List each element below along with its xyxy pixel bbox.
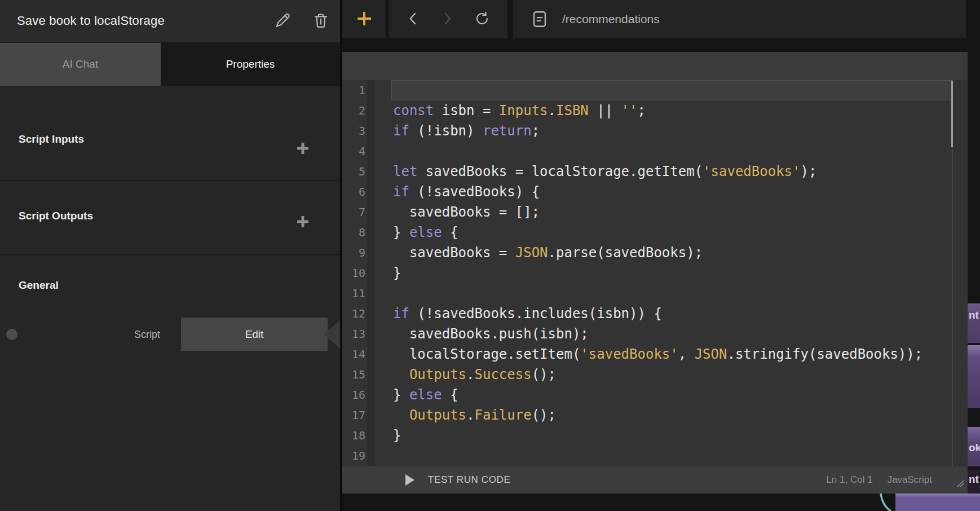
- add-page-button[interactable]: [356, 10, 373, 29]
- code-line[interactable]: if (!isbn) return;: [393, 121, 922, 141]
- back-button[interactable]: [406, 11, 421, 28]
- line-number: 4: [342, 141, 365, 161]
- panel-header: Save book to localStorage: [0, 0, 340, 43]
- edit-script-button[interactable]: Edit: [181, 318, 328, 351]
- refresh-button[interactable]: [474, 11, 490, 28]
- add-icon: [356, 10, 373, 29]
- line-number: 18: [342, 425, 365, 446]
- page-url[interactable]: /recommendations: [562, 12, 660, 26]
- language-badge[interactable]: JavaScript: [888, 474, 932, 486]
- resize-grip-icon[interactable]: [955, 479, 965, 490]
- editor-scrollbar-thumb[interactable]: [951, 81, 953, 147]
- section-script-inputs-label: Script Inputs: [19, 133, 84, 146]
- line-number: 13: [342, 324, 365, 344]
- chevron-right-icon: [440, 11, 454, 28]
- line-number: 14: [342, 344, 365, 364]
- line-number: 10: [342, 263, 365, 283]
- code-line[interactable]: localStorage.setItem('savedBooks', JSON.…: [393, 344, 922, 364]
- tab-ai-chat[interactable]: AI Chat: [0, 43, 161, 86]
- tab-properties-label: Properties: [226, 58, 275, 71]
- line-number: 6: [342, 182, 365, 202]
- code-line[interactable]: savedBooks = JSON.parse(savedBooks);: [393, 243, 922, 263]
- line-number: 9: [342, 243, 365, 263]
- background-node-fragment: nt: [968, 303, 980, 343]
- section-script-outputs-label: Script Outputs: [19, 210, 93, 222]
- line-number: 7: [342, 202, 365, 222]
- toolbar-add-group: [342, 0, 386, 38]
- code-line[interactable]: const isbn = Inputs.ISBN || '';: [393, 100, 922, 121]
- code-area[interactable]: const isbn = Inputs.ISBN || '';if (!isbn…: [393, 80, 922, 466]
- code-line[interactable]: }: [393, 425, 922, 446]
- code-line[interactable]: }: [393, 263, 922, 283]
- chevron-left-icon: [406, 11, 421, 28]
- section-divider: [0, 180, 340, 181]
- trash-icon: [312, 11, 330, 31]
- script-property-label: Script: [134, 329, 160, 341]
- line-number: 5: [342, 161, 365, 182]
- code-line[interactable]: } else {: [393, 222, 922, 243]
- code-line[interactable]: if (!savedBooks) {: [393, 182, 922, 202]
- code-line[interactable]: [393, 283, 922, 303]
- background-connection-curve: [868, 491, 902, 511]
- section-general-label: General: [19, 279, 59, 292]
- plus-icon: [297, 215, 309, 228]
- panel-tabs: AI Chat Properties: [0, 43, 340, 86]
- line-number: 17: [342, 405, 365, 425]
- line-number: 3: [342, 121, 365, 141]
- add-script-input-button[interactable]: [297, 142, 309, 155]
- code-line[interactable]: Outputs.Success();: [393, 364, 922, 385]
- fragment-label: nt: [969, 473, 979, 486]
- cursor-position: Ln 1, Col 1: [826, 474, 872, 486]
- fragment-label: ok: [969, 442, 980, 454]
- line-number: 12: [342, 303, 365, 324]
- line-number: 8: [342, 222, 365, 243]
- toolbar-nav-group: [389, 0, 507, 38]
- code-line[interactable]: [393, 446, 922, 466]
- line-number: 2: [342, 100, 365, 121]
- fragment-label: nt: [969, 309, 979, 321]
- forward-button[interactable]: [440, 11, 454, 28]
- code-line[interactable]: [393, 141, 922, 161]
- code-line[interactable]: } else {: [393, 385, 922, 405]
- editor-top-strip: [342, 52, 968, 80]
- delete-button[interactable]: [312, 11, 330, 31]
- refresh-icon: [474, 11, 490, 28]
- connection-port-dot[interactable]: [6, 329, 17, 340]
- script-editor-panel: 12345678910111213141516171819 const isbn…: [342, 52, 968, 494]
- background-node-fragment: [968, 345, 980, 408]
- test-run-button[interactable]: [405, 474, 414, 486]
- panel-title: Save book to localStorage: [17, 14, 165, 28]
- editor-popout-notch: [324, 320, 340, 349]
- background-node-fragment: ok: [968, 427, 980, 466]
- pencil-icon: [273, 11, 292, 31]
- page-icon: [530, 10, 549, 31]
- tab-properties[interactable]: Properties: [161, 43, 340, 86]
- section-divider: [0, 254, 340, 255]
- editor-footer: TEST RUN CODE Ln 1, Col 1 JavaScript: [342, 466, 968, 494]
- code-line[interactable]: [393, 80, 922, 100]
- gutter-shadow: [367, 80, 375, 466]
- background-node-fragment: [895, 494, 980, 511]
- rename-button[interactable]: [273, 11, 292, 31]
- plus-icon: [297, 142, 309, 155]
- code-line[interactable]: if (!savedBooks.includes(isbn)) {: [393, 303, 922, 324]
- code-line[interactable]: savedBooks = [];: [393, 202, 922, 222]
- code-line[interactable]: savedBooks.push(isbn);: [393, 324, 922, 344]
- toolbar-page-group: /recommendations: [513, 0, 966, 38]
- line-number-gutter: 12345678910111213141516171819: [342, 80, 365, 466]
- code-line[interactable]: Outputs.Failure();: [393, 405, 922, 425]
- line-number: 19: [342, 446, 365, 466]
- line-number: 1: [342, 80, 365, 100]
- app-window: Save book to localStorage: [0, 0, 980, 511]
- test-run-label[interactable]: TEST RUN CODE: [428, 474, 510, 486]
- add-script-output-button[interactable]: [297, 215, 309, 228]
- background-node-fragment: nt: [968, 470, 980, 494]
- tab-ai-chat-label: AI Chat: [63, 58, 98, 71]
- code-line[interactable]: let savedBooks = localStorage.getItem('s…: [393, 161, 922, 182]
- play-icon: [405, 474, 414, 486]
- line-number: 15: [342, 364, 365, 385]
- edit-script-button-label: Edit: [245, 328, 264, 340]
- line-number: 16: [342, 385, 365, 405]
- line-number: 11: [342, 283, 365, 303]
- properties-panel: Save book to localStorage: [0, 0, 340, 511]
